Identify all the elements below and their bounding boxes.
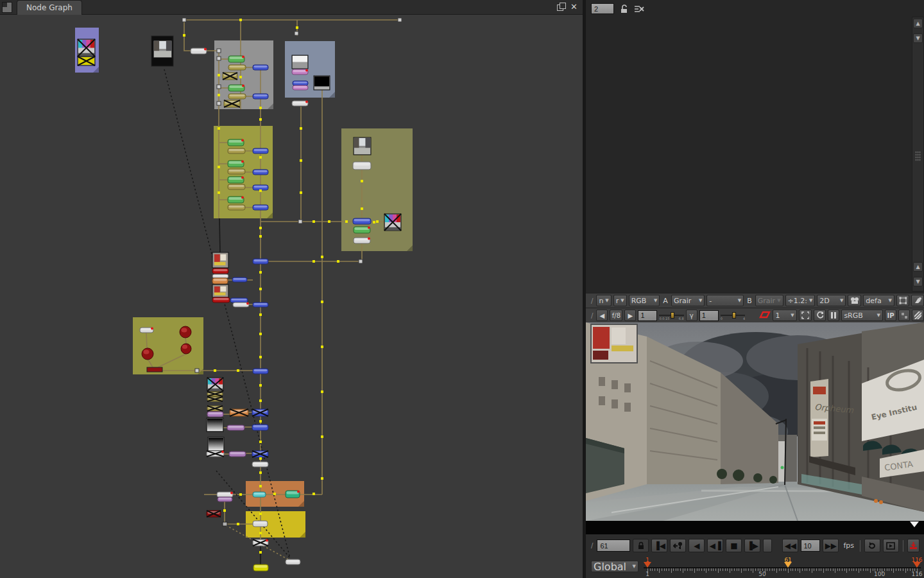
node[interactable]: [253, 185, 268, 190]
node[interactable]: [314, 76, 330, 90]
viewer-r-dropdown[interactable]: r▼: [613, 295, 627, 306]
node[interactable]: [384, 214, 401, 231]
node[interactable]: [228, 169, 245, 174]
node[interactable]: [207, 392, 223, 396]
gamma-slider[interactable]: 04: [721, 311, 745, 320]
node[interactable]: [253, 369, 268, 374]
next-aperture-icon[interactable]: ▶: [624, 310, 636, 321]
toolbar-splitter2[interactable]: /: [591, 312, 593, 319]
frame-guides-icon[interactable]: [799, 310, 812, 321]
input-process-button[interactable]: IP: [885, 310, 896, 321]
flipbook-icon[interactable]: [883, 539, 899, 552]
gamma-input[interactable]: [699, 310, 719, 321]
node[interactable]: [293, 85, 308, 90]
node[interactable]: [286, 491, 300, 498]
node[interactable]: [253, 565, 268, 571]
fade-handle-icon[interactable]: [910, 521, 919, 527]
node[interactable]: [252, 425, 268, 430]
node[interactable]: [191, 48, 207, 55]
panel-menu-icon[interactable]: [2, 2, 12, 13]
node[interactable]: [232, 277, 247, 282]
node[interactable]: [353, 162, 371, 170]
node[interactable]: [292, 55, 308, 69]
node[interactable]: [78, 39, 95, 57]
node[interactable]: [207, 406, 223, 411]
node-graph-canvas[interactable]: [0, 15, 583, 578]
node[interactable]: [253, 539, 268, 547]
node[interactable]: [208, 437, 224, 451]
render-marker-icon[interactable]: [907, 539, 920, 552]
node[interactable]: [224, 100, 240, 107]
node[interactable]: [207, 412, 223, 417]
transport-splitter[interactable]: /: [591, 542, 593, 549]
stop-button[interactable]: ■: [726, 539, 742, 552]
roi-icon[interactable]: [896, 295, 909, 306]
node[interactable]: [207, 397, 223, 401]
prev-keyframe-button[interactable]: [670, 539, 686, 552]
max-panels-input[interactable]: [591, 3, 614, 14]
goto-start-button[interactable]: ▐◀: [651, 539, 667, 552]
dot-node[interactable]: [295, 31, 298, 35]
range-mode-dropdown[interactable]: Global▼: [591, 561, 638, 572]
node[interactable]: [353, 218, 371, 224]
node[interactable]: [354, 238, 370, 244]
play-forward-button[interactable]: [763, 539, 772, 552]
node[interactable]: [228, 205, 245, 210]
frame-increment-input[interactable]: [801, 539, 820, 552]
refresh-icon[interactable]: [814, 310, 826, 321]
node[interactable]: [230, 409, 248, 416]
node[interactable]: [223, 73, 237, 80]
node[interactable]: [233, 302, 249, 308]
frame-lock-icon[interactable]: [633, 539, 649, 552]
dot-node[interactable]: [182, 18, 186, 22]
dot-node[interactable]: [217, 85, 221, 89]
node[interactable]: [253, 170, 268, 175]
backdrop[interactable]: [133, 317, 203, 374]
node[interactable]: [218, 497, 232, 502]
node[interactable]: [253, 205, 268, 210]
node[interactable]: [207, 511, 221, 517]
node[interactable]: [212, 268, 228, 274]
node[interactable]: [212, 297, 230, 302]
stereo-camera-icon[interactable]: [848, 295, 861, 306]
node[interactable]: [230, 298, 248, 302]
viewer-image-area[interactable]: Orpheum Eye Institu CONTA: [586, 322, 924, 521]
node[interactable]: [252, 451, 268, 457]
prev-aperture-icon[interactable]: ◀: [596, 310, 608, 321]
render-flag-icon[interactable]: [759, 310, 771, 321]
gamma-button[interactable]: γ: [686, 310, 697, 321]
viewer-n-dropdown[interactable]: n▼: [596, 295, 611, 306]
node[interactable]: [142, 348, 153, 360]
node[interactable]: [217, 492, 233, 498]
node[interactable]: [229, 451, 246, 457]
node[interactable]: [253, 65, 268, 70]
node[interactable]: [293, 81, 308, 85]
scroll-up2-icon[interactable]: ▲: [913, 262, 923, 272]
view-mode-dropdown[interactable]: 2D▼: [817, 295, 846, 306]
tab-node-graph[interactable]: Node Graph: [17, 0, 82, 15]
node[interactable]: [228, 139, 244, 146]
a-input-dropdown[interactable]: Grair▼: [671, 295, 705, 306]
node[interactable]: [253, 148, 268, 153]
node[interactable]: [252, 462, 268, 467]
node[interactable]: [140, 328, 153, 333]
node[interactable]: [228, 94, 246, 99]
node[interactable]: [228, 65, 246, 70]
step-forward-button[interactable]: ▐▶: [744, 539, 760, 552]
scroll-down2-icon[interactable]: ▼: [913, 277, 923, 286]
dot-node[interactable]: [398, 18, 402, 22]
node[interactable]: [207, 451, 224, 457]
node[interactable]: [207, 418, 223, 432]
node[interactable]: [212, 274, 228, 278]
node[interactable]: [292, 69, 308, 75]
wire[interactable]: [146, 333, 147, 348]
toolbar-splitter[interactable]: /: [591, 297, 593, 304]
node[interactable]: [228, 148, 245, 153]
b-input-dropdown[interactable]: Grair▼: [755, 295, 783, 306]
node[interactable]: [252, 409, 268, 416]
timeline-ruler[interactable]: 150100116111661: [644, 557, 921, 578]
dot-node[interactable]: [195, 369, 199, 372]
scroll-up-icon[interactable]: ▲: [913, 19, 923, 28]
node[interactable]: [212, 278, 228, 284]
node[interactable]: [228, 184, 245, 189]
